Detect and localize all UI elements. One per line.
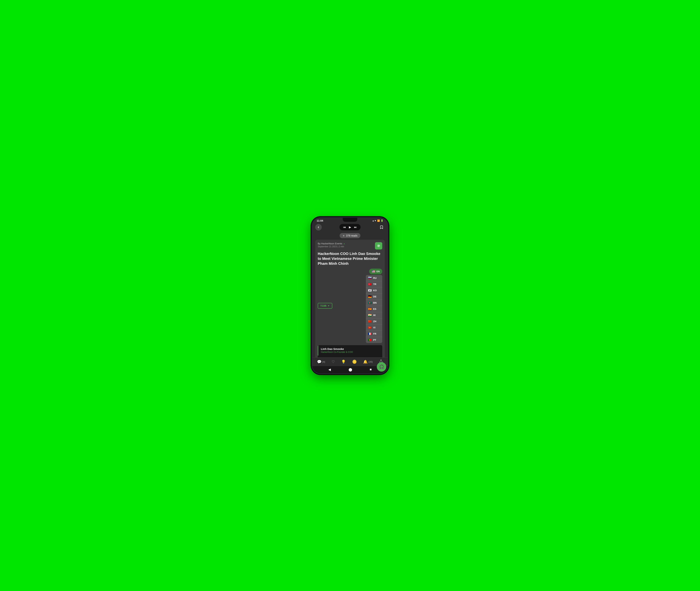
lang-item-zh[interactable]: 🇨🇳ZH [366, 318, 382, 325]
author-avatar: ☞ [375, 242, 382, 250]
flag-vi-icon: 🇻🇳 [368, 326, 372, 329]
author-row: By HackerNoon Events ● September 21 2023… [318, 242, 382, 250]
status-time: 11:04 [317, 219, 323, 222]
wifi-icon: 📶 [377, 219, 380, 222]
media-controls: ⏮ ▶ ⏭ [339, 224, 361, 231]
date-read: September 21 2023 | 2 min [318, 245, 345, 248]
lang-code-bn: BN [373, 302, 377, 304]
audio-fab-button[interactable]: 🎧 [377, 362, 386, 372]
comments-count: (4) [322, 360, 325, 363]
language-list: 🇷🇺RU🇹🇷TR🇰🇷KO🇩🇪DE🇧🇩BN🇪🇸ES🇮🇳HI🇨🇳ZH🇻🇳VI🇫🇷FR… [366, 275, 382, 343]
android-recents-button[interactable]: ■ [370, 368, 372, 372]
lang-code-vi: VI [373, 326, 375, 329]
coin-icon: 🪙 [352, 359, 357, 364]
next-button[interactable]: ⏭ [354, 225, 357, 229]
author-block: Linh Dao Smooke HackerNoon Co-Founder & … [318, 345, 382, 355]
lang-code-es: ES [373, 308, 376, 310]
lang-item-ko[interactable]: 🇰🇷KO [366, 287, 382, 293]
flag-bn-icon: 🇧🇩 [368, 301, 372, 305]
status-icons: ▲▼ 📶 🔋 [372, 219, 383, 222]
bio-name: Linh Dao Smooke [321, 347, 380, 350]
article-title: HackerNoon COO Linh Dao Smooke to Meet V… [318, 251, 382, 266]
phone-shell: 11:04 ▲▼ 📶 🔋 ⏮ ▶ ⏭ [312, 217, 388, 374]
coin-button[interactable]: 🪙 [352, 359, 357, 364]
lang-item-hi[interactable]: 🇮🇳HI [366, 312, 382, 318]
lang-code-en: EN [376, 270, 380, 273]
prev-button[interactable]: ⏮ [343, 225, 346, 229]
android-home-button[interactable]: ⬤ [348, 368, 352, 372]
bell-icon: 🔔 [363, 359, 368, 364]
lang-item-bn[interactable]: 🇧🇩BN [366, 300, 382, 306]
article-content-card: Linh Dao Smooke HackerNoon Co-Founder & … [318, 345, 382, 357]
lang-code-pt: PT [373, 339, 376, 341]
lang-item-tr[interactable]: 🇹🇷TR [366, 281, 382, 287]
bottom-bar: 💬 (4) ♡ 💡 🪙 🔔 (20) [312, 357, 388, 366]
ideas-button[interactable]: 💡 [341, 359, 346, 364]
author-name: By HackerNoon Events ● [318, 242, 345, 245]
flag-zh-icon: 🇨🇳 [368, 320, 372, 323]
android-back-button[interactable]: ◀ [328, 368, 331, 372]
bookmark-button[interactable] [378, 224, 385, 231]
notch [343, 218, 357, 222]
lang-code-tr: TR [373, 283, 376, 285]
flag-ko-icon: 🇰🇷 [368, 289, 372, 292]
notifications-count: (20) [368, 360, 373, 363]
battery-icon: 🔋 [381, 219, 383, 222]
flag-ru-icon: 🇷🇺 [368, 276, 372, 280]
chevron-down-icon: ▼ [328, 305, 330, 307]
flag-tr-icon: 🇹🇷 [368, 282, 372, 286]
comments-button[interactable]: 💬 (4) [317, 359, 325, 364]
lang-item-ru[interactable]: 🇷🇺RU [366, 275, 382, 281]
heart-icon: ♡ [332, 359, 335, 364]
android-nav: ◀ ⬤ ■ [312, 366, 388, 374]
language-dropdown: 🇺🇸 EN 🇷🇺RU🇹🇷TR🇰🇷KO🇩🇪DE🇧🇩BN🇪🇸ES🇮🇳HI🇨🇳ZH🇻🇳… [366, 269, 382, 343]
phone-screen: 11:04 ▲▼ 📶 🔋 ⏮ ▶ ⏭ [312, 218, 388, 374]
lang-item-es[interactable]: 🇪🇸ES [366, 306, 382, 312]
lang-code-de: DE [373, 295, 376, 298]
lang-code-ko: KO [373, 289, 377, 292]
author-info: By HackerNoon Events ● September 21 2023… [318, 242, 345, 248]
flag-pt-icon: 🇵🇹 [368, 338, 372, 342]
lang-en-button[interactable]: 🇺🇸 EN [369, 269, 382, 274]
flag-de-icon: 🇩🇪 [368, 295, 372, 298]
svg-text:☞: ☞ [378, 244, 380, 247]
lang-code-hi: HI [373, 314, 376, 317]
back-button[interactable] [315, 224, 322, 231]
notifications-button[interactable]: 🔔 (20) [363, 359, 373, 364]
signal-icon: ▲▼ [372, 219, 376, 222]
lang-item-fr[interactable]: 🇫🇷FR [366, 331, 382, 337]
bulb-icon: 💡 [341, 359, 346, 364]
verified-dot: ● [343, 243, 345, 245]
flag-fr-icon: 🇫🇷 [368, 332, 372, 335]
toor-button[interactable]: TCOR ▼ [318, 303, 332, 309]
reads-count: 378 reads [346, 234, 357, 237]
lang-item-de[interactable]: 🇩🇪DE [366, 293, 382, 300]
toor-label: TCOR [320, 304, 326, 307]
bio-role: HackerNoon Co-Founder & COO [321, 351, 380, 353]
article-card: By HackerNoon Events ● September 21 2023… [315, 240, 385, 357]
article-controls: TCOR ▼ 🇺🇸 EN 🇷🇺RU🇹🇷TR🇰🇷KO🇩🇪DE🇧🇩BN🇪🇸ES🇮🇳H… [318, 269, 382, 343]
flag-hi-icon: 🇮🇳 [368, 314, 372, 317]
lang-item-pt[interactable]: 🇵🇹PT [366, 337, 382, 343]
flag-es-icon: 🇪🇸 [368, 307, 372, 311]
star-icon: ★ [342, 234, 345, 237]
play-button[interactable]: ▶ [349, 225, 351, 229]
like-button[interactable]: ♡ [332, 359, 335, 364]
lang-code-zh: ZH [373, 320, 376, 323]
lang-code-fr: FR [373, 332, 376, 335]
article-excerpt: iscuss Vietnam's workforce & digita… ie … [318, 355, 382, 357]
lang-item-vi[interactable]: 🇻🇳VI [366, 325, 382, 331]
reads-badge: ★ 378 reads [339, 233, 360, 238]
article-area: By HackerNoon Events ● September 21 2023… [312, 240, 388, 357]
chat-icon: 💬 [317, 359, 322, 364]
top-nav: ⏮ ▶ ⏭ [312, 223, 388, 232]
lang-code-ru: RU [373, 277, 377, 279]
us-flag-icon: 🇺🇸 [372, 270, 375, 273]
